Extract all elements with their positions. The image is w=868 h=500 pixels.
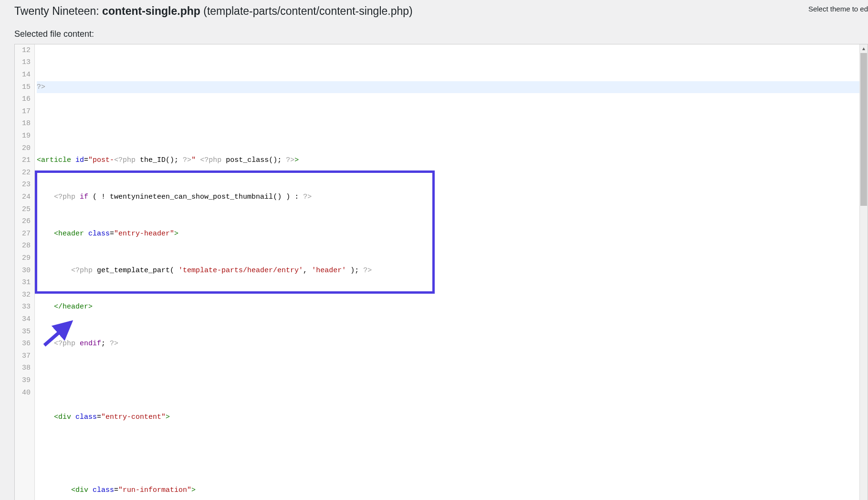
line-number: 14 [15, 69, 34, 81]
line-number: 19 [15, 130, 34, 142]
line-number: 23 [15, 179, 34, 191]
line-number: 39 [15, 374, 34, 387]
line-number: 34 [15, 313, 34, 326]
line-number: 25 [15, 203, 34, 216]
line-number: 38 [15, 362, 34, 374]
title-prefix: Twenty Nineteen: [14, 5, 102, 17]
line-number: 26 [15, 215, 34, 228]
title-path: (template-parts/content/content-single.p… [200, 5, 413, 17]
code-line-17[interactable]: <?php get_template_part( 'template-parts… [37, 265, 868, 277]
vertical-scrollbar[interactable]: ▲ ▼ [859, 44, 868, 500]
line-number: 36 [15, 338, 34, 350]
scroll-thumb[interactable] [860, 53, 867, 206]
line-number: 29 [15, 252, 34, 265]
code-line-16[interactable]: <header class="entry-header"> [37, 228, 868, 240]
code-line-20[interactable] [37, 374, 868, 387]
line-number: 31 [15, 277, 34, 289]
code-line-14[interactable]: <article id="post-<?php the_ID(); ?>" <?… [37, 154, 868, 167]
line-number: 32 [15, 289, 34, 301]
selected-file-subtitle: Selected file content: [14, 29, 854, 39]
select-theme-label: Select theme to ed [808, 5, 868, 13]
line-number: 22 [15, 167, 34, 179]
line-number: 12 [15, 44, 34, 57]
code-line-18[interactable]: </header> [37, 301, 868, 313]
line-number: 30 [15, 265, 34, 277]
code-line-22[interactable] [37, 447, 868, 460]
code-line-12[interactable]: ?> [37, 81, 868, 94]
line-number: 28 [15, 240, 34, 252]
page-title: Twenty Nineteen: content-single.php (tem… [14, 0, 854, 21]
code-line-13[interactable] [37, 117, 868, 130]
line-number: 27 [15, 228, 34, 240]
line-number-gutter: 1213141516171819202122232425262728293031… [15, 44, 35, 500]
code-area[interactable]: ?> <article id="post-<?php the_ID(); ?>"… [35, 44, 868, 500]
line-number: 35 [15, 326, 34, 338]
line-number: 37 [15, 350, 34, 362]
line-number: 20 [15, 142, 34, 155]
line-number: 33 [15, 301, 34, 313]
line-number: 18 [15, 117, 34, 130]
title-file: content-single.php [102, 5, 200, 17]
code-line-23[interactable]: <div class="run-information"> [37, 484, 868, 497]
code-editor[interactable]: 1213141516171819202122232425262728293031… [14, 44, 868, 500]
code-line-15[interactable]: <?php if ( ! twentynineteen_can_show_pos… [37, 191, 868, 203]
line-number: 16 [15, 93, 34, 106]
line-number: 40 [15, 387, 34, 399]
line-number: 17 [15, 106, 34, 118]
line-number: 15 [15, 81, 34, 94]
scroll-up-arrow-icon[interactable]: ▲ [860, 44, 868, 53]
line-number: 21 [15, 154, 34, 167]
line-number: 24 [15, 191, 34, 203]
code-line-19[interactable]: <?php endif; ?> [37, 338, 868, 350]
code-line-21[interactable]: <div class="entry-content"> [37, 411, 868, 424]
line-number: 13 [15, 56, 34, 69]
